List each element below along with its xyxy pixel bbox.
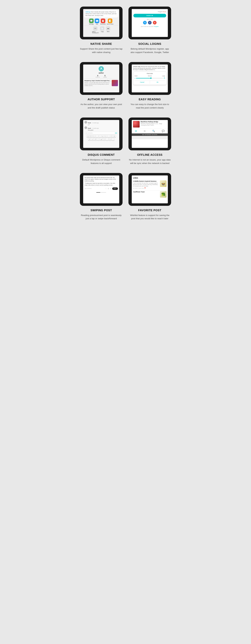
key-q[interactable]: q bbox=[86, 135, 89, 137]
fav-item-1: A Middle Eastern Inspired Hummus I can't… bbox=[133, 180, 166, 189]
airdrop-title: AirDrop bbox=[86, 11, 90, 13]
key-w[interactable]: w bbox=[90, 135, 92, 137]
native-share-desc: Support Share the post content just few … bbox=[80, 47, 122, 54]
tab-search-icon[interactable]: 🔍 bbox=[152, 130, 155, 132]
easy-reading-card: 4 Purée soup: Remove the soup pot from h… bbox=[127, 62, 173, 111]
key-y[interactable]: y bbox=[102, 135, 104, 137]
fav-item-1-image: 🍲 bbox=[160, 180, 166, 187]
author-support-text: AUTHOR SUPPORT As the author, you can vi… bbox=[78, 95, 124, 111]
key-d[interactable]: d bbox=[94, 138, 97, 140]
signin-button[interactable]: SIGN IN bbox=[133, 14, 166, 18]
twitter-button[interactable]: 𝕏 bbox=[143, 21, 147, 24]
slider-thumb[interactable] bbox=[150, 78, 152, 79]
swipe-screen: and refined white sugar and by leaving t… bbox=[83, 176, 119, 203]
social-logins-mockup: Forgot? Reset SIGN IN sign in with 𝕏 f G… bbox=[128, 6, 171, 40]
fav-heart-icon[interactable]: ❤ bbox=[144, 187, 146, 189]
offline-access-card: Blackfriars Railway Bridge Blackfriars R… bbox=[127, 118, 173, 166]
signin-with-label: sign in with bbox=[147, 18, 153, 20]
key-e[interactable]: e bbox=[92, 135, 95, 137]
small-a-icon: A bbox=[134, 78, 135, 79]
key-i[interactable]: i bbox=[107, 135, 110, 137]
comment-text-2: Very good bbox=[88, 129, 118, 131]
more-icon-item[interactable]: ••• More bbox=[106, 26, 110, 33]
social-buttons-row: 𝕏 f G bbox=[143, 21, 156, 24]
key-a[interactable]: a bbox=[88, 138, 91, 140]
key-t[interactable]: t bbox=[98, 135, 101, 137]
share-icon[interactable]: ⬆ bbox=[108, 188, 109, 190]
key-p[interactable]: p bbox=[113, 135, 116, 137]
offline-post-image bbox=[133, 121, 140, 128]
social-logins-desc: Belong default Wordpress register, app a… bbox=[128, 47, 171, 54]
author-name: author bbox=[98, 72, 104, 74]
favorite-desc: Wishlist feature is support for saving t… bbox=[128, 214, 171, 220]
offline-post-desc: Blackfriars Railway Bridge is a rai... b… bbox=[140, 123, 166, 126]
ok-button[interactable]: Ok bbox=[150, 81, 165, 84]
reset-link[interactable]: Reset bbox=[163, 11, 166, 12]
swipe-spacer bbox=[84, 190, 118, 191]
swipe-feature-text: SWIPING POST Reading previous/next post … bbox=[78, 206, 124, 222]
tab-comment-icon[interactable]: 💬 bbox=[162, 130, 164, 132]
posts-count: 0 bbox=[97, 75, 98, 77]
font-slider-track: A A bbox=[134, 77, 165, 79]
cancel-button[interactable]: Cancel bbox=[134, 81, 150, 84]
tab-home-icon[interactable]: ⊟ bbox=[135, 130, 137, 132]
comment-placeholder: Add comment... bbox=[85, 132, 114, 134]
feature-row-2: author 0 POSTS 6 LIKES bbox=[74, 59, 177, 114]
heart-icon[interactable]: ♡ bbox=[105, 188, 107, 190]
favorite-post-card: Likes A Middle Eastern Inspired Hummus I… bbox=[127, 173, 173, 222]
key-s[interactable]: s bbox=[91, 138, 94, 140]
reading-list-icon-item[interactable]: 👓 Add toReading List bbox=[92, 26, 98, 33]
author-post-title: Raspberry, Goji & Vanilla Overnight Pari… bbox=[84, 80, 111, 82]
key-r[interactable]: r bbox=[96, 135, 98, 137]
author-support-title: AUTHOR SUPPORT bbox=[80, 98, 122, 101]
native-share-title: NATIVE SHARE bbox=[80, 42, 122, 46]
edit-icon[interactable]: ✏ bbox=[110, 188, 111, 190]
share-icon-message[interactable]: 💬 Message bbox=[89, 18, 94, 24]
reminders-label: Reminders bbox=[100, 24, 106, 24]
font-size-title: Font size bbox=[134, 73, 165, 74]
large-a-icon: A bbox=[164, 77, 165, 79]
keyboard-row-1: q w e r t y u i o p bbox=[84, 135, 118, 137]
fav-item-2-title: Cauliflower Toast bbox=[133, 191, 159, 193]
key-g[interactable]: g bbox=[100, 138, 102, 140]
disqus-feature-text: DISQUS COMMENT Default Wordpress or Disq… bbox=[78, 150, 124, 166]
favorite-title: FAVORITE POST bbox=[128, 209, 171, 212]
add-comment-button[interactable]: Add bbox=[115, 132, 117, 134]
share-icon-reminders[interactable]: 📋 Reminders bbox=[100, 18, 106, 24]
swipe-article-text-2: * Pudding best made the day before consu… bbox=[84, 182, 118, 186]
key-i2[interactable]: i bbox=[106, 138, 108, 140]
disqus-title: DISQUS COMMENT bbox=[80, 153, 122, 156]
no-account-text: Don't have an account? Register bbox=[141, 26, 159, 27]
swipe-comment-input[interactable]: add comment... bbox=[84, 188, 104, 190]
key-o[interactable]: o bbox=[110, 135, 113, 137]
key-l[interactable]: l bbox=[112, 138, 114, 140]
key-h[interactable]: h bbox=[103, 138, 106, 140]
key-k[interactable]: k bbox=[109, 138, 112, 140]
share-icon-notes[interactable]: 📝 Add to Notes bbox=[107, 18, 113, 24]
font-slider-bar[interactable] bbox=[136, 78, 163, 78]
comment-user-2: Guest 3 months ago bbox=[88, 126, 118, 129]
comment-input-row[interactable]: Add comment... Add bbox=[84, 132, 118, 134]
fav-item-1-meta: by Sarah 2 years ago ❤ bbox=[133, 187, 159, 189]
share-icon-mail[interactable]: ✉️ Mail bbox=[95, 18, 99, 24]
no-internet-banner: NO INTERNET ACCESS bbox=[132, 134, 168, 136]
disqus-desc: Default Wordpress or Disqus comment feat… bbox=[80, 158, 122, 165]
easy-reading-mockup: 4 Purée soup: Remove the soup pot from h… bbox=[128, 62, 171, 95]
slider-fill bbox=[136, 78, 151, 78]
social-logins-card: Forgot? Reset SIGN IN sign in with 𝕏 f G… bbox=[127, 6, 173, 56]
tab-location-icon[interactable]: ⊙ bbox=[144, 130, 146, 132]
font-size-dialog: Font size Small Normal Large A bbox=[133, 72, 166, 85]
facebook-button[interactable]: f bbox=[148, 21, 152, 24]
notes-label: Add to Notes bbox=[107, 24, 113, 24]
feature-row-1: AirDrop Share instantly with people near… bbox=[74, 3, 177, 59]
disqus-mockup: Guest 3 months ago اب Guest bbox=[80, 118, 122, 150]
key-f[interactable]: f bbox=[97, 138, 100, 140]
google-button[interactable]: G bbox=[153, 21, 156, 24]
likes-count: 6 bbox=[104, 75, 106, 77]
fav-page-title: Likes bbox=[133, 177, 166, 179]
key-u[interactable]: u bbox=[104, 135, 107, 137]
register-link[interactable]: Register bbox=[154, 26, 159, 27]
next-button[interactable]: Next › bbox=[112, 188, 118, 190]
likes-label: LIKES bbox=[103, 77, 107, 78]
copy-icon-item[interactable]: 📄 Copy bbox=[100, 26, 104, 33]
